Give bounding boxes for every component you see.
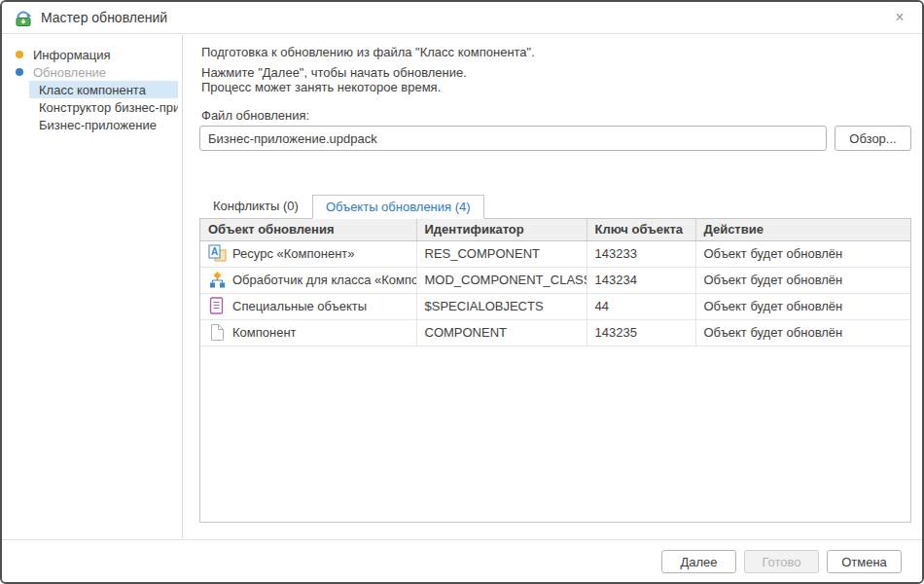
intro-line-1: Подготовка к обновлению из файла "Класс …	[201, 45, 535, 59]
finish-button[interactable]: Готово	[744, 550, 819, 573]
step-label: Информация	[33, 48, 111, 62]
table-row[interactable]: Обработчик для класса «Компонент» MOD_CO…	[200, 267, 910, 293]
object-identifier: $SPECIALOBJECTS	[416, 293, 586, 319]
title-bar: Мастер обновлений ×	[2, 2, 922, 34]
update-objects-table: Объект обновления Идентификатор Ключ объ…	[199, 218, 911, 523]
table-row[interactable]: Компонент COMPONENT 143235 Объект будет …	[200, 319, 910, 346]
step-label: Класс компонента	[39, 83, 146, 97]
update-package-icon	[14, 8, 33, 27]
footer-bar: Далее Готово Отмена	[2, 539, 922, 582]
column-header-action[interactable]: Действие	[695, 219, 910, 240]
svg-text:A: A	[211, 246, 218, 257]
object-key: 44	[586, 293, 695, 319]
object-action: Объект будет обновлён	[695, 267, 910, 293]
blue-dot-icon	[16, 68, 23, 76]
next-button[interactable]: Далее	[661, 550, 736, 573]
tab-bar: Конфликты (0) Объекты обновления (4)	[199, 194, 484, 218]
sidebar-item-business-app[interactable]: Бизнес-приложение	[29, 116, 178, 133]
update-file-input[interactable]	[199, 126, 827, 151]
table-header-row: Объект обновления Идентификатор Ключ объ…	[200, 219, 910, 240]
object-name: Ресурс «Компонент»	[232, 243, 355, 265]
table-row[interactable]: Специальные объекты $SPECIALOBJECTS 44 О…	[200, 293, 910, 319]
intro-line-3: Процесс может занять некоторое время.	[201, 80, 535, 94]
document-icon	[208, 323, 227, 342]
object-name: Компонент	[232, 322, 297, 344]
object-action: Объект будет обновлён	[695, 240, 910, 267]
intro-text: Подготовка к обновлению из файла "Класс …	[201, 45, 535, 94]
object-key: 143235	[586, 319, 695, 346]
step-label: Конструктор бизнес-прило...	[39, 100, 178, 115]
main-panel: Подготовка к обновлению из файла "Класс …	[184, 35, 922, 538]
cancel-button[interactable]: Отмена	[827, 550, 902, 573]
column-header-object[interactable]: Объект обновления	[200, 219, 416, 240]
object-key: 143234	[586, 267, 695, 293]
step-label: Бизнес-приложение	[39, 118, 157, 132]
window-title: Мастер обновлений	[41, 10, 167, 25]
orange-dot-icon	[16, 51, 23, 58]
step-label: Обновление	[33, 65, 106, 80]
browse-button[interactable]: Обзор...	[835, 126, 911, 151]
file-field-label: Файл обновления:	[201, 108, 309, 123]
sidebar-item-information[interactable]: Информация	[2, 46, 182, 63]
column-header-key[interactable]: Ключ объекта	[586, 219, 695, 240]
tab-update-objects[interactable]: Объекты обновления (4)	[312, 195, 484, 219]
wizard-steps-sidebar: Информация Обновление Класс компонента К…	[2, 35, 183, 538]
object-identifier: RES_COMPONENT	[416, 240, 586, 267]
intro-line-2: Нажмите "Далее", чтобы начать обновление…	[201, 65, 535, 80]
close-icon[interactable]: ×	[889, 10, 910, 25]
update-wizard-dialog: Мастер обновлений × Информация Обновлени…	[0, 0, 924, 584]
sidebar-item-component-class[interactable]: Класс компонента	[29, 81, 178, 98]
sidebar-item-update[interactable]: Обновление	[2, 63, 182, 81]
column-header-identifier[interactable]: Идентификатор	[416, 219, 586, 240]
table-row[interactable]: A Ресурс «Компонент» RES_COMPONENT 14323…	[200, 240, 910, 267]
object-key: 143233	[586, 240, 695, 267]
sidebar-item-business-app-constructor[interactable]: Конструктор бизнес-прило...	[29, 98, 178, 116]
object-name: Специальные объекты	[232, 296, 367, 317]
handler-icon	[208, 271, 227, 289]
object-identifier: COMPONENT	[416, 319, 586, 346]
object-identifier: MOD_COMPONENT_CLASS_HANDLER	[416, 267, 586, 293]
object-name: Обработчик для класса «Компонент»	[232, 270, 416, 291]
object-action: Объект будет обновлён	[695, 319, 910, 346]
resource-icon: A	[208, 244, 227, 263]
object-action: Объект будет обновлён	[695, 293, 910, 319]
tab-conflicts[interactable]: Конфликты (0)	[199, 194, 312, 218]
special-objects-icon	[208, 297, 227, 315]
